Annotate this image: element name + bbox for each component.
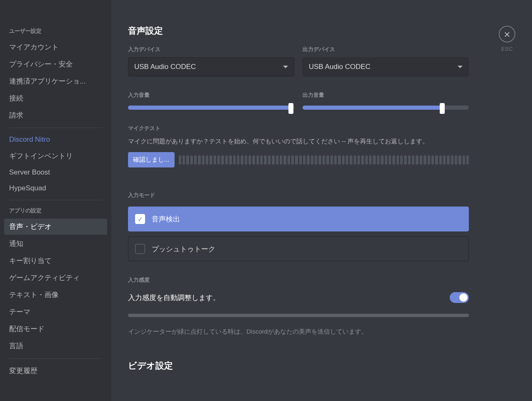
- input-device-value: USB Audio CODEC: [134, 63, 196, 71]
- option-label: 音声検出: [152, 214, 180, 224]
- sensitivity-indicator: [128, 314, 469, 317]
- sidebar-item-nitro[interactable]: Discord Nitro: [4, 132, 107, 147]
- sidebar-item-text-images[interactable]: テキスト・画像: [4, 287, 107, 303]
- sidebar-item-keybinds[interactable]: キー割り当て: [4, 253, 107, 269]
- sidebar-divider: [9, 128, 102, 128]
- mic-test-label: マイクテスト: [128, 125, 469, 132]
- sidebar-item-server-boost[interactable]: Server Boost: [4, 165, 107, 180]
- chevron-down-icon: [458, 66, 463, 68]
- sidebar-item-my-account[interactable]: マイアカウント: [4, 39, 107, 55]
- sidebar-item-changelog[interactable]: 変更履歴: [4, 363, 107, 379]
- settings-sidebar: ユーザー設定 マイアカウント プライバシー・安全 連携済アプリケーショ... 接…: [0, 0, 111, 401]
- auto-sensitivity-toggle[interactable]: [450, 292, 469, 303]
- sidebar-item-game-activity[interactable]: ゲームアクティビティ: [4, 270, 107, 286]
- sidebar-item-hypesquad[interactable]: HypeSquad: [4, 181, 107, 196]
- sidebar-item-language[interactable]: 言語: [4, 338, 107, 354]
- toggle-knob: [459, 293, 468, 302]
- input-sensitivity-label: 入力感度: [128, 276, 469, 284]
- input-mode-voice-activity[interactable]: ✓ 音声検出: [128, 207, 469, 231]
- output-volume-slider[interactable]: [303, 106, 469, 110]
- mic-test-description: マイクに問題がありますか？テストを始め、何でもいいので話してください -- 声を…: [128, 136, 469, 146]
- close-esc-label: ESC: [499, 46, 515, 52]
- sidebar-item-privacy[interactable]: プライバシー・安全: [4, 56, 107, 72]
- close-wrap: ESC: [499, 26, 515, 52]
- output-device-select[interactable]: USB Audio CODEC: [303, 57, 469, 76]
- output-device-value: USB Audio CODEC: [309, 63, 370, 71]
- checkbox-checked-icon: ✓: [135, 214, 145, 224]
- output-volume-label: 出力音量: [303, 91, 469, 99]
- input-volume-slider[interactable]: [128, 106, 294, 110]
- option-label: プッシュトゥトーク: [152, 244, 215, 254]
- checkbox-unchecked-icon: [135, 244, 145, 254]
- output-device-label: 出力デバイス: [303, 46, 469, 53]
- voice-settings-title: 音声設定: [128, 25, 469, 37]
- input-volume-label: 入力音量: [128, 91, 294, 99]
- sidebar-divider: [9, 358, 102, 359]
- input-device-label: 入力デバイス: [128, 46, 294, 53]
- sidebar-item-voice-video[interactable]: 音声・ビデオ: [4, 219, 107, 235]
- slider-fill: [128, 106, 291, 110]
- close-icon: [503, 30, 511, 38]
- sidebar-item-connections[interactable]: 接続: [4, 90, 107, 106]
- slider-thumb[interactable]: [288, 103, 293, 114]
- indicator-description: インジケーターが緑に点灯している時は、Discordがあなたの美声を送信していま…: [128, 328, 469, 336]
- sidebar-divider: [9, 200, 102, 200]
- input-mode-push-to-talk[interactable]: プッシュトゥトーク: [128, 236, 469, 261]
- input-mode-label: 入力モード: [128, 192, 469, 199]
- close-button[interactable]: [499, 26, 515, 42]
- sidebar-group-header: アプリの設定: [4, 204, 107, 217]
- sidebar-item-appearance[interactable]: テーマ: [4, 304, 107, 320]
- sidebar-item-gift-inventory[interactable]: ギフトインベントリ: [4, 148, 107, 164]
- auto-sensitivity-label: 入力感度を自動調整します。: [128, 293, 220, 303]
- chevron-down-icon: [283, 66, 288, 68]
- slider-thumb[interactable]: [440, 103, 445, 114]
- video-settings-title: ビデオ設定: [128, 360, 469, 371]
- main-panel: ESC 音声設定 入力デバイス USB Audio CODEC 出力デバイス U…: [111, 0, 532, 401]
- slider-fill: [303, 106, 442, 110]
- mic-level-meter: [179, 155, 469, 165]
- sidebar-group-header: ユーザー設定: [4, 25, 107, 37]
- sidebar-item-billing[interactable]: 請求: [4, 107, 107, 123]
- sidebar-item-notifications[interactable]: 通知: [4, 236, 107, 252]
- mic-test-button[interactable]: 確認しまし...: [128, 152, 175, 167]
- sidebar-item-authorized-apps[interactable]: 連携済アプリケーショ...: [4, 73, 107, 89]
- sidebar-item-streamer-mode[interactable]: 配信モード: [4, 321, 107, 337]
- input-device-select[interactable]: USB Audio CODEC: [128, 57, 294, 76]
